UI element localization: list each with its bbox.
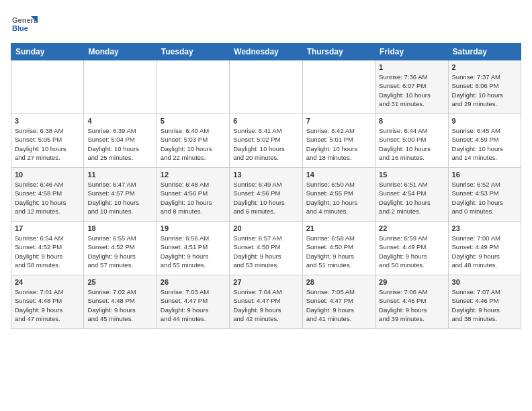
svg-text:Blue: Blue: [12, 24, 28, 32]
day-number: 1: [379, 63, 444, 71]
week-row-3: 10Sunrise: 6:46 AM Sunset: 4:58 PM Dayli…: [11, 168, 521, 222]
calendar-table: SundayMondayTuesdayWednesdayThursdayFrid…: [11, 43, 521, 329]
day-info: Sunrise: 7:02 AM Sunset: 4:48 PM Dayligh…: [87, 287, 152, 323]
day-info: Sunrise: 7:37 AM Sunset: 6:06 PM Dayligh…: [452, 73, 517, 108]
week-row-5: 24Sunrise: 7:01 AM Sunset: 4:48 PM Dayli…: [11, 275, 521, 329]
weekday-header-wednesday: Wednesday: [230, 44, 302, 60]
day-number: 6: [233, 117, 298, 125]
calendar-cell: 16Sunrise: 6:52 AM Sunset: 4:53 PM Dayli…: [448, 168, 521, 222]
calendar-cell: 20Sunrise: 6:57 AM Sunset: 4:50 PM Dayli…: [230, 222, 302, 275]
day-info: Sunrise: 6:41 AM Sunset: 5:02 PM Dayligh…: [233, 126, 298, 162]
calendar-cell: 10Sunrise: 6:46 AM Sunset: 4:58 PM Dayli…: [11, 168, 84, 222]
weekday-header-friday: Friday: [375, 44, 448, 60]
calendar-cell: 30Sunrise: 7:07 AM Sunset: 4:46 PM Dayli…: [448, 275, 521, 329]
day-number: 23: [452, 224, 517, 232]
calendar-cell: [84, 60, 157, 114]
day-number: 14: [306, 171, 371, 179]
logo-icon: General Blue: [11, 11, 38, 38]
day-info: Sunrise: 7:36 AM Sunset: 6:07 PM Dayligh…: [379, 73, 444, 108]
day-number: 17: [15, 224, 80, 232]
day-info: Sunrise: 6:46 AM Sunset: 4:58 PM Dayligh…: [15, 180, 80, 216]
day-info: Sunrise: 7:04 AM Sunset: 4:47 PM Dayligh…: [233, 287, 298, 323]
day-info: Sunrise: 6:48 AM Sunset: 4:56 PM Dayligh…: [161, 180, 226, 216]
calendar-cell: 18Sunrise: 6:55 AM Sunset: 4:52 PM Dayli…: [84, 222, 157, 275]
day-info: Sunrise: 6:56 AM Sunset: 4:51 PM Dayligh…: [161, 234, 226, 269]
week-row-1: 1Sunrise: 7:36 AM Sunset: 6:07 PM Daylig…: [11, 60, 521, 114]
day-info: Sunrise: 6:55 AM Sunset: 4:52 PM Dayligh…: [87, 234, 152, 269]
day-info: Sunrise: 6:58 AM Sunset: 4:50 PM Dayligh…: [306, 234, 371, 269]
day-info: Sunrise: 7:05 AM Sunset: 4:47 PM Dayligh…: [306, 287, 371, 323]
day-info: Sunrise: 6:39 AM Sunset: 5:04 PM Dayligh…: [87, 126, 152, 162]
day-number: 22: [379, 224, 444, 232]
day-number: 16: [452, 171, 517, 179]
day-number: 10: [15, 171, 80, 179]
weekday-header-sunday: Sunday: [11, 44, 84, 60]
day-number: 2: [452, 63, 517, 71]
calendar-cell: 21Sunrise: 6:58 AM Sunset: 4:50 PM Dayli…: [302, 222, 375, 275]
calendar-cell: 6Sunrise: 6:41 AM Sunset: 5:02 PM Daylig…: [230, 114, 302, 168]
calendar-cell: 13Sunrise: 6:49 AM Sunset: 4:56 PM Dayli…: [230, 168, 302, 222]
day-number: 20: [233, 224, 298, 232]
day-info: Sunrise: 6:47 AM Sunset: 4:57 PM Dayligh…: [87, 180, 152, 216]
day-number: 7: [306, 117, 371, 125]
day-number: 28: [306, 278, 371, 286]
calendar-cell: 4Sunrise: 6:39 AM Sunset: 5:04 PM Daylig…: [84, 114, 157, 168]
day-info: Sunrise: 6:38 AM Sunset: 5:05 PM Dayligh…: [15, 126, 80, 162]
day-number: 9: [452, 117, 517, 125]
day-number: 26: [161, 278, 226, 286]
calendar-cell: 26Sunrise: 7:03 AM Sunset: 4:47 PM Dayli…: [157, 275, 229, 329]
calendar-cell: 19Sunrise: 6:56 AM Sunset: 4:51 PM Dayli…: [157, 222, 229, 275]
day-info: Sunrise: 6:44 AM Sunset: 5:00 PM Dayligh…: [379, 126, 444, 162]
weekday-header-thursday: Thursday: [302, 44, 375, 60]
calendar-cell: 8Sunrise: 6:44 AM Sunset: 5:00 PM Daylig…: [375, 114, 448, 168]
calendar-cell: 2Sunrise: 7:37 AM Sunset: 6:06 PM Daylig…: [448, 60, 521, 114]
day-number: 15: [379, 171, 444, 179]
calendar-cell: 5Sunrise: 6:40 AM Sunset: 5:03 PM Daylig…: [157, 114, 229, 168]
calendar-cell: 9Sunrise: 6:45 AM Sunset: 4:59 PM Daylig…: [448, 114, 521, 168]
calendar-cell: 28Sunrise: 7:05 AM Sunset: 4:47 PM Dayli…: [302, 275, 375, 329]
calendar-cell: 14Sunrise: 6:50 AM Sunset: 4:55 PM Dayli…: [302, 168, 375, 222]
day-number: 13: [233, 171, 298, 179]
day-number: 21: [306, 224, 371, 232]
weekday-header-saturday: Saturday: [448, 44, 521, 60]
day-number: 27: [233, 278, 298, 286]
week-row-4: 17Sunrise: 6:54 AM Sunset: 4:52 PM Dayli…: [11, 222, 521, 275]
weekday-header-monday: Monday: [84, 44, 157, 60]
calendar-cell: [11, 60, 84, 114]
day-info: Sunrise: 6:57 AM Sunset: 4:50 PM Dayligh…: [233, 234, 298, 269]
day-info: Sunrise: 6:49 AM Sunset: 4:56 PM Dayligh…: [233, 180, 298, 216]
day-info: Sunrise: 6:51 AM Sunset: 4:54 PM Dayligh…: [379, 180, 444, 216]
day-number: 25: [87, 278, 152, 286]
calendar-cell: 3Sunrise: 6:38 AM Sunset: 5:05 PM Daylig…: [11, 114, 84, 168]
day-info: Sunrise: 7:01 AM Sunset: 4:48 PM Dayligh…: [15, 287, 80, 323]
day-info: Sunrise: 6:50 AM Sunset: 4:55 PM Dayligh…: [306, 180, 371, 216]
calendar-cell: [230, 60, 302, 114]
day-info: Sunrise: 7:00 AM Sunset: 4:49 PM Dayligh…: [452, 234, 517, 269]
calendar-cell: 24Sunrise: 7:01 AM Sunset: 4:48 PM Dayli…: [11, 275, 84, 329]
day-number: 8: [379, 117, 444, 125]
calendar-cell: 7Sunrise: 6:42 AM Sunset: 5:01 PM Daylig…: [302, 114, 375, 168]
calendar-cell: [157, 60, 229, 114]
day-number: 24: [15, 278, 80, 286]
day-info: Sunrise: 6:42 AM Sunset: 5:01 PM Dayligh…: [306, 126, 371, 162]
week-row-2: 3Sunrise: 6:38 AM Sunset: 5:05 PM Daylig…: [11, 114, 521, 168]
calendar-cell: 27Sunrise: 7:04 AM Sunset: 4:47 PM Dayli…: [230, 275, 302, 329]
day-info: Sunrise: 6:45 AM Sunset: 4:59 PM Dayligh…: [452, 126, 517, 162]
calendar-cell: 29Sunrise: 7:06 AM Sunset: 4:46 PM Dayli…: [375, 275, 448, 329]
calendar-cell: [302, 60, 375, 114]
calendar-cell: 23Sunrise: 7:00 AM Sunset: 4:49 PM Dayli…: [448, 222, 521, 275]
day-number: 11: [87, 171, 152, 179]
weekday-header-tuesday: Tuesday: [157, 44, 229, 60]
day-info: Sunrise: 6:59 AM Sunset: 4:49 PM Dayligh…: [379, 234, 444, 269]
calendar-cell: 22Sunrise: 6:59 AM Sunset: 4:49 PM Dayli…: [375, 222, 448, 275]
day-info: Sunrise: 6:52 AM Sunset: 4:53 PM Dayligh…: [452, 180, 517, 216]
day-number: 12: [161, 171, 226, 179]
day-info: Sunrise: 7:06 AM Sunset: 4:46 PM Dayligh…: [379, 287, 444, 323]
day-info: Sunrise: 7:03 AM Sunset: 4:47 PM Dayligh…: [161, 287, 226, 323]
day-info: Sunrise: 6:54 AM Sunset: 4:52 PM Dayligh…: [15, 234, 80, 269]
day-number: 3: [15, 117, 80, 125]
day-number: 19: [161, 224, 226, 232]
day-info: Sunrise: 7:07 AM Sunset: 4:46 PM Dayligh…: [452, 287, 517, 323]
day-number: 5: [161, 117, 226, 125]
day-number: 29: [379, 278, 444, 286]
